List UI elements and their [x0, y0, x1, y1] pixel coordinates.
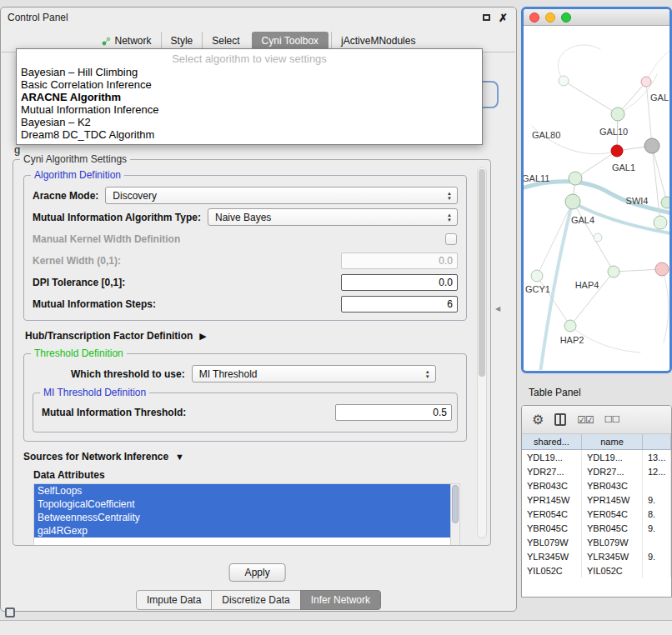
gear-icon[interactable]: ⚙	[532, 412, 544, 428]
apply-button[interactable]: Apply	[229, 563, 286, 582]
network-canvas[interactable]: GALGAL80GAL10GAL1GAL11SWI4GAL4GCY1HAP4HA…	[524, 26, 669, 370]
network-edge	[564, 81, 618, 114]
algorithm-option-bayesian-hill-climbing[interactable]: Bayesian – Hill Climbing	[17, 66, 482, 78]
table-header-cell[interactable]	[643, 434, 671, 449]
network-node[interactable]	[611, 108, 624, 121]
tab-select[interactable]: Select	[202, 32, 248, 50]
tab-jactivemnodules[interactable]: jActiveMNodules	[331, 32, 424, 50]
threshold-definition-group: Threshold Definition Which threshold to …	[23, 353, 467, 442]
sources-label: Sources for Network Inference	[23, 451, 168, 462]
kernel-width-input	[341, 252, 458, 269]
manual-kernel-row: Manual Kernel Width Definition	[33, 230, 458, 248]
algorithm-option-bayesian-k2[interactable]: Bayesian – K2	[17, 116, 482, 128]
threshold-type-select[interactable]: MI Threshold ▲▼	[192, 365, 436, 382]
list-scrollbar-thumb[interactable]	[452, 485, 459, 523]
algorithm-option-aracne-algorithm[interactable]: ARACNE Algorithm	[17, 91, 482, 103]
network-node[interactable]	[569, 172, 582, 185]
dpi-tolerance-label: DPI Tolerance [0,1]:	[33, 277, 125, 288]
mac-minimize-button[interactable]	[545, 12, 555, 22]
network-node[interactable]	[661, 197, 669, 208]
table-row[interactable]: YPR145WYPR145W9.	[522, 492, 671, 507]
table-cell: YLR345W	[522, 549, 582, 563]
network-node[interactable]	[531, 270, 543, 282]
network-window-titlebar[interactable]	[524, 9, 669, 26]
expand-down-arrow-icon: ▼	[175, 452, 184, 462]
list-scrollbar[interactable]	[450, 484, 459, 545]
network-edge	[652, 146, 667, 202]
tab-impute-data[interactable]: Impute Data	[136, 590, 212, 610]
data-attributes-label: Data Attributes	[33, 469, 474, 481]
table-cell: YBL079W	[522, 535, 582, 549]
network-node[interactable]	[655, 262, 669, 276]
table-row[interactable]: YBR045CYBR045C9.	[522, 521, 671, 535]
algorithm-option-basic-correlation-inference[interactable]: Basic Correlation Inference	[17, 78, 482, 91]
float-window-icon[interactable]	[483, 14, 490, 21]
aracne-mode-select[interactable]: Discovery ▲▼	[105, 187, 458, 204]
tab-style[interactable]: Style	[161, 32, 203, 50]
network-edge	[575, 151, 617, 178]
data-attributes-list[interactable]: SelfLoopsTopologicalCoefficientBetweenne…	[34, 484, 450, 545]
network-node[interactable]	[611, 145, 623, 157]
table-cell: YBR043C	[522, 478, 582, 492]
network-canvas-svg: GALGAL80GAL10GAL1GAL11SWI4GAL4GCY1HAP4HA…	[524, 26, 669, 370]
settings-scrollbar-thumb[interactable]	[479, 169, 485, 377]
sources-toggle[interactable]: Sources for Network Inference ▼	[23, 451, 474, 462]
network-node[interactable]	[594, 233, 602, 242]
table-cell: YER054C	[582, 507, 643, 521]
tab-infer-network[interactable]: Infer Network	[300, 590, 381, 610]
table-row[interactable]: YER054CYER054C8.	[522, 507, 671, 521]
tab-network[interactable]: Network	[93, 32, 161, 50]
node-label: GAL80	[532, 130, 560, 140]
bottom-tabs: Impute DataDiscretize DataInfer Network	[1, 590, 516, 610]
columns-icon[interactable]	[554, 413, 566, 426]
algorithm-option-mutual-information-inference[interactable]: Mutual Information Inference	[17, 103, 482, 116]
table-row[interactable]: YDR27...YDR27...12...	[522, 464, 671, 478]
unchecked-pair-icon[interactable]: ☐☐	[604, 414, 619, 425]
table-header-cell[interactable]: shared...	[522, 434, 582, 449]
table-row[interactable]: YBL079WYBL079W	[522, 535, 671, 549]
collapsed-panel-icon[interactable]	[5, 608, 15, 618]
kernel-width-row: Kernel Width (0,1):	[33, 252, 458, 269]
table-header-cell[interactable]: name	[582, 434, 643, 449]
data-attribute-betweennesscentrality[interactable]: BetweennessCentrality	[34, 511, 450, 524]
mi-threshold-input[interactable]	[335, 404, 452, 421]
table-cell: YPR145W	[522, 492, 582, 507]
network-node[interactable]	[565, 194, 580, 209]
algorithm-option-dream8-dc-tdc-algorithm[interactable]: Dream8 DC_TDC Algorithm	[17, 128, 482, 141]
table-cell: YDR27...	[522, 464, 582, 478]
mi-algorithm-type-select[interactable]: Naive Bayes ▲▼	[208, 208, 458, 226]
network-node[interactable]	[559, 76, 569, 86]
table-row[interactable]: YBR043CYBR043C	[522, 478, 671, 492]
table-cell: YDL19...	[522, 450, 582, 464]
table-row[interactable]: YLR345WYLR345W9.	[522, 549, 671, 563]
hub-definition-toggle[interactable]: Hub/Transcription Factor Definition ▶	[25, 330, 474, 342]
data-attribute-selfloops[interactable]: SelfLoops	[34, 484, 450, 498]
data-attribute-topologicalcoefficient[interactable]: TopologicalCoefficient	[34, 498, 450, 511]
settings-scrollbar[interactable]	[477, 167, 487, 538]
table-cell: YPR145W	[582, 492, 643, 507]
tab-discretize-data[interactable]: Discretize Data	[211, 590, 300, 610]
network-node[interactable]	[641, 77, 651, 87]
network-node[interactable]	[644, 138, 659, 153]
manual-kernel-checkbox[interactable]	[445, 233, 457, 245]
mi-threshold-row: Mutual Information Threshold:	[42, 403, 452, 421]
tab-cyni-toolbox[interactable]: Cyni Toolbox	[252, 32, 328, 50]
algorithm-dropdown-popup: Select algorithm to view settings Bayesi…	[16, 48, 483, 145]
network-edge	[646, 82, 652, 146]
mac-close-button[interactable]	[529, 12, 539, 22]
network-node[interactable]	[564, 320, 576, 332]
table-cell: YER054C	[522, 507, 582, 521]
mac-zoom-button[interactable]	[561, 12, 571, 22]
network-node[interactable]	[654, 216, 667, 229]
close-icon[interactable]: ✗	[499, 12, 508, 23]
dpi-tolerance-input[interactable]	[341, 274, 458, 291]
checked-pair-icon[interactable]: ☑☑	[577, 414, 594, 426]
mi-steps-input[interactable]	[341, 296, 458, 312]
panel-collapse-arrow[interactable]: ◀	[495, 305, 500, 312]
data-attribute-gal4rgexp[interactable]: gal4RGexp	[34, 524, 450, 538]
network-node[interactable]	[608, 266, 619, 278]
table-row[interactable]: YIL052CYIL052C	[522, 563, 671, 578]
algorithm-popup-placeholder: Select algorithm to view settings	[17, 52, 482, 66]
threshold-type-value: MI Threshold	[199, 368, 258, 380]
table-row[interactable]: YDL19...YDL19...13...	[522, 450, 671, 464]
